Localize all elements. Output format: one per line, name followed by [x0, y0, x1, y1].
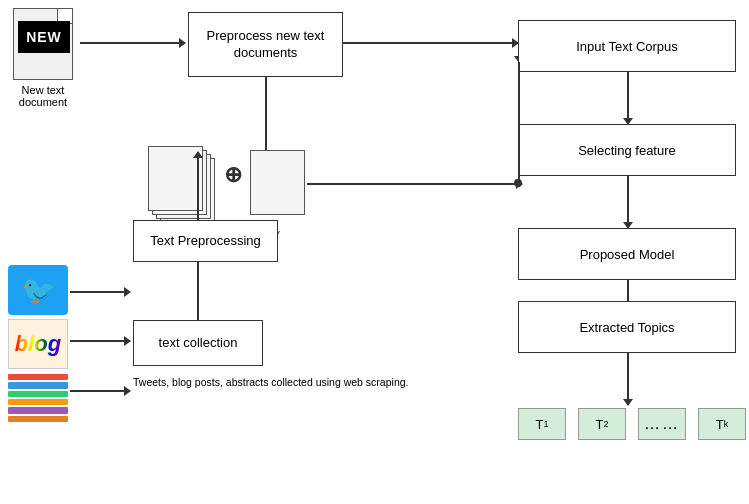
- text-preprocessing-box: Text Preprocessing: [133, 220, 278, 262]
- diagram-container: NEW New text document Preprocess new tex…: [0, 0, 749, 504]
- new-badge: NEW: [18, 21, 70, 53]
- papers-icon: [8, 373, 68, 423]
- arrow-twitter-to-collection: [70, 291, 130, 293]
- arrow-feature-to-model: [627, 176, 629, 228]
- single-doc-new: [250, 150, 305, 215]
- arrow-blog-to-collection: [70, 340, 130, 342]
- selecting-feature-box: Selecting feature: [518, 124, 736, 176]
- blog-icon: blog: [8, 319, 68, 369]
- twitter-icon: 🐦: [8, 265, 68, 315]
- new-document-icon: NEW New text document: [8, 8, 78, 88]
- arrow-dnew-right: [307, 183, 522, 185]
- topic-t2-box: T2: [578, 408, 626, 440]
- proposed-model-box: Proposed Model: [518, 228, 736, 280]
- arrow-new-to-preprocess: [80, 42, 185, 44]
- arrow-preprocess-right: [343, 42, 518, 44]
- topic-tk-box: Tk: [698, 408, 746, 440]
- source-caption: Tweets, blog posts, abstracts collected …: [133, 375, 408, 390]
- source-icons: 🐦 blog: [8, 265, 68, 423]
- topic-dots: ……: [638, 408, 686, 440]
- arrow-papers-to-collection: [70, 390, 130, 392]
- doc-shape: NEW: [13, 8, 73, 80]
- new-doc-label: New text document: [8, 84, 78, 108]
- arrow-preprocessing-to-stack: [197, 152, 199, 220]
- blog-text-icon: blog: [15, 331, 61, 357]
- plus-symbol: ⊕: [224, 162, 242, 188]
- preprocess-box: Preprocess new text documents: [188, 12, 343, 77]
- extracted-topics-box: Extracted Topics: [518, 301, 736, 353]
- text-collection-box: text collection: [133, 320, 263, 366]
- twitter-bird-icon: 🐦: [21, 274, 56, 307]
- arrow-join-up: [518, 62, 520, 180]
- join-dot: [514, 179, 522, 187]
- arrow-corpus-to-feature: [627, 72, 629, 124]
- arrow-topics-to-t-boxes: [627, 353, 629, 405]
- topic-t1-box: T1: [518, 408, 566, 440]
- input-corpus-box: Input Text Corpus: [518, 20, 736, 72]
